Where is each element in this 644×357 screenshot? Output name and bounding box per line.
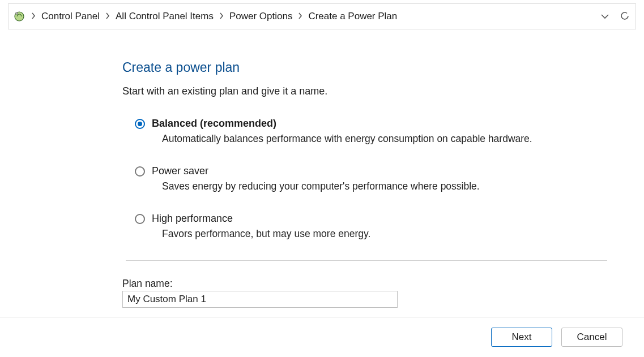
page-subtitle: Start with an existing plan and give it … xyxy=(122,85,611,97)
plan-name-input[interactable] xyxy=(122,291,398,308)
plan-option-power-saver[interactable]: Power saver Saves energy by reducing you… xyxy=(135,165,611,192)
plan-desc: Favors performance, but may use more ene… xyxy=(162,228,611,240)
breadcrumb: Control Panel All Control Panel Items Po… xyxy=(8,3,636,29)
plan-desc: Saves energy by reducing your computer's… xyxy=(162,180,611,192)
crumb-control-panel[interactable]: Control Panel xyxy=(41,11,100,22)
next-button[interactable]: Next xyxy=(491,328,552,347)
cancel-button[interactable]: Cancel xyxy=(561,328,622,347)
divider xyxy=(126,260,607,261)
plan-option-balanced[interactable]: Balanced (recommended) Automatically bal… xyxy=(135,118,611,145)
svg-rect-1 xyxy=(16,12,18,14)
plan-name-label: Plan name: xyxy=(122,278,611,290)
chevron-right-icon xyxy=(298,12,302,21)
refresh-icon[interactable] xyxy=(620,11,630,23)
plan-option-high-performance[interactable]: High performance Favors performance, but… xyxy=(135,213,611,240)
crumb-power-options[interactable]: Power Options xyxy=(229,11,293,22)
chevron-down-icon[interactable] xyxy=(599,11,611,22)
chevron-right-icon xyxy=(31,12,36,21)
plan-label: Power saver xyxy=(152,165,208,177)
crumb-all-items[interactable]: All Control Panel Items xyxy=(116,11,214,22)
plan-label: High performance xyxy=(152,213,233,225)
chevron-right-icon xyxy=(105,12,110,21)
radio-power-saver[interactable] xyxy=(135,166,145,177)
page-title: Create a power plan xyxy=(122,60,611,75)
plan-desc: Automatically balances performance with … xyxy=(162,133,611,145)
radio-balanced[interactable] xyxy=(135,119,145,129)
radio-high-performance[interactable] xyxy=(135,214,145,224)
power-options-icon[interactable] xyxy=(13,10,25,23)
crumb-create-plan[interactable]: Create a Power Plan xyxy=(308,11,397,22)
chevron-right-icon xyxy=(219,12,224,21)
footer: Next Cancel xyxy=(0,317,644,347)
plan-label: Balanced (recommended) xyxy=(152,118,276,130)
